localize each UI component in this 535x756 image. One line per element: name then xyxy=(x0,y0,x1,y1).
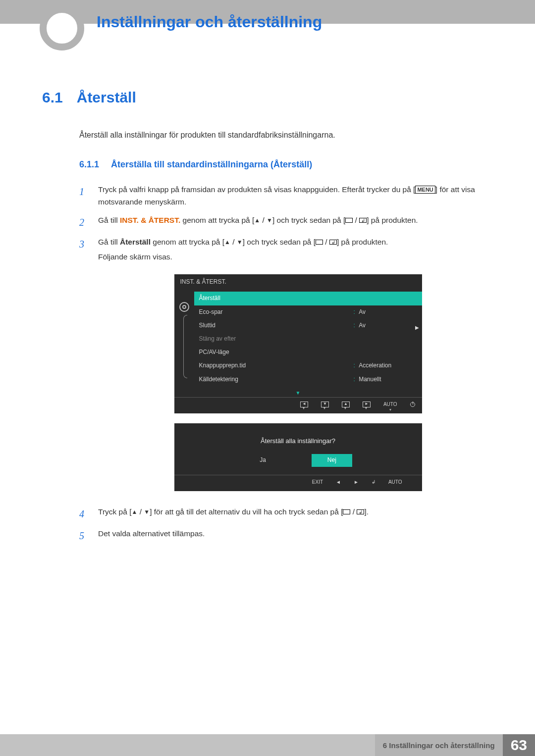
up-icon: ▲ xyxy=(254,216,260,225)
osd-item-label: Stäng av efter xyxy=(199,334,236,344)
osd-menu-panel: INST. & ÅTERST. ÅterställEco-sparAvSlutt… xyxy=(174,274,422,413)
nav-left-icon: ◄ xyxy=(336,478,341,486)
step-number: 4 xyxy=(79,506,88,522)
footer-page-number: 63 xyxy=(503,734,535,756)
menu-key-icon: MENU xyxy=(415,186,435,194)
nav-enter-icon: ↲ xyxy=(372,478,375,486)
section-number: 6.1 xyxy=(42,89,63,106)
osd-menu-item: KälldetekteringManuellt xyxy=(194,373,422,386)
text: ] och tryck sedan på [ xyxy=(243,238,316,246)
enter-icon xyxy=(359,218,367,223)
section-intro: Återställ alla inställningar för produkt… xyxy=(79,131,498,140)
osd-item-label: PC/AV-läge xyxy=(199,348,229,357)
osd-sidebar xyxy=(174,290,194,390)
osd-item-label: Sluttid xyxy=(199,321,215,330)
osd-menu-item: Knappupprepn.tidAcceleration xyxy=(194,359,422,372)
step-3: 3 Gå till Återställ genom att trycka på … xyxy=(79,236,498,500)
osd-item-value: Av xyxy=(354,321,413,330)
text: Följande skärm visas. xyxy=(98,251,498,263)
confirm-buttons: Ja Nej xyxy=(174,454,422,466)
confirm-yes-button: Ja xyxy=(244,454,282,466)
text: ]. xyxy=(364,507,369,516)
footer-chapter-label: 6 Inställningar och återställning xyxy=(375,734,503,756)
subsection-number: 6.1.1 xyxy=(79,159,99,170)
osd-wrapper: INST. & ÅTERST. ÅterställEco-sparAvSlutt… xyxy=(174,274,422,491)
subsection-title: Återställa till standardinställningarna … xyxy=(111,159,312,170)
step-number: 1 xyxy=(79,184,88,208)
section-heading: 6.1 Återställ xyxy=(42,89,498,106)
enter-icon xyxy=(357,509,364,514)
down-icon: ▼ xyxy=(267,216,272,225)
text: Gå till xyxy=(98,216,120,224)
step-1: 1 Tryck på valfri knapp på framsidan av … xyxy=(79,184,498,208)
osd-item-label: Källdetektering xyxy=(199,375,238,384)
exit-label: EXIT xyxy=(312,478,323,486)
up-icon: ▲ xyxy=(224,238,230,247)
subsection-heading: 6.1.1 Återställa till standardinställnin… xyxy=(79,159,498,170)
auto-label: AUTO xyxy=(383,401,397,408)
bracket-icon xyxy=(183,315,187,378)
step-5: 5 Det valda alternativet tillämpas. xyxy=(79,528,498,544)
nav-left-icon: ◄ xyxy=(300,402,308,407)
auto-label: AUTO xyxy=(388,478,402,486)
osd-item-value: Acceleration xyxy=(354,361,413,370)
step-number: 5 xyxy=(79,528,88,544)
enter-icon xyxy=(329,240,337,245)
scroll-down-icon: ▼ xyxy=(174,389,422,397)
nav-right-icon: ► xyxy=(363,402,371,407)
section-title: Återställ xyxy=(77,89,136,106)
nav-down-icon: ▼ xyxy=(321,402,329,407)
down-icon: ▼ xyxy=(237,238,243,247)
highlight: INST. & ÅTERST. xyxy=(120,216,180,224)
source-icon xyxy=(316,240,323,245)
down-icon: ▼ xyxy=(144,507,150,517)
osd-footer: ◄ ▼ ▲ ► AUTO xyxy=(174,397,422,413)
nav-up-icon: ▲ xyxy=(342,402,350,407)
osd-item-label: Knappupprepn.tid xyxy=(199,361,246,370)
osd-menu-item: SluttidAv xyxy=(194,319,422,332)
step-body: Gå till INST. & ÅTERST. genom att trycka… xyxy=(98,214,498,230)
step-body: Tryck på valfri knapp på framsidan av pr… xyxy=(98,184,498,208)
chevron-right-icon: ▶ xyxy=(415,324,419,332)
nav-right-icon: ► xyxy=(354,478,359,486)
step-2: 2 Gå till INST. & ÅTERST. genom att tryc… xyxy=(79,214,498,230)
text: ] på produkten. xyxy=(367,216,418,224)
step-body: Det valda alternativet tillämpas. xyxy=(98,528,498,544)
osd-menu-list: ÅterställEco-sparAvSluttidAvStäng av eft… xyxy=(194,290,422,390)
confirm-no-button: Nej xyxy=(312,454,352,466)
text: genom att trycka på [ xyxy=(151,238,224,246)
chapter-title: Inställningar och återställning xyxy=(97,13,322,31)
text: Tryck på [ xyxy=(98,507,131,516)
page-footer: 6 Inställningar och återställning 63 xyxy=(0,734,535,756)
osd-confirm-panel: Återställ alla inställningar? Ja Nej EXI… xyxy=(174,423,422,491)
confirm-question: Återställ alla inställningar? xyxy=(174,436,422,447)
source-icon xyxy=(345,218,353,223)
text: ] för att gå till det alternativ du vill… xyxy=(150,507,343,516)
step-number: 2 xyxy=(79,214,88,230)
gear-icon xyxy=(179,302,189,312)
osd-menu-item: Eco-sparAv xyxy=(194,305,422,319)
text: ] och tryck sedan på [ xyxy=(272,216,345,224)
step-body: Tryck på [▲ / ▼] för att gå till det alt… xyxy=(98,506,498,522)
osd-title: INST. & ÅTERST. xyxy=(174,274,422,290)
text: Gå till xyxy=(98,238,120,246)
highlight: Återställ xyxy=(120,238,151,246)
text: Tryck på valfri knapp på framsidan av pr… xyxy=(98,185,415,194)
chapter-badge xyxy=(40,6,84,50)
source-icon xyxy=(343,509,350,514)
osd-item-label: Eco-spar xyxy=(199,307,223,317)
osd-item-value: Manuellt xyxy=(354,375,413,384)
up-icon: ▲ xyxy=(131,507,137,517)
step-number: 3 xyxy=(79,236,88,500)
osd-item-value: Av xyxy=(354,307,413,317)
text: ] på produkten. xyxy=(337,238,388,246)
step-body: Gå till Återställ genom att trycka på [▲… xyxy=(98,236,498,500)
osd-menu-item: Återställ xyxy=(194,292,422,305)
footer-track xyxy=(0,734,375,756)
steps-list: 1 Tryck på valfri knapp på framsidan av … xyxy=(79,184,498,544)
osd-menu-item: Stäng av efter xyxy=(194,332,422,346)
power-icon xyxy=(410,402,415,407)
content: 6.1 Återställ Återställ alla inställning… xyxy=(42,89,498,550)
osd-menu-item: PC/AV-läge xyxy=(194,346,422,359)
text: genom att trycka på [ xyxy=(180,216,254,224)
